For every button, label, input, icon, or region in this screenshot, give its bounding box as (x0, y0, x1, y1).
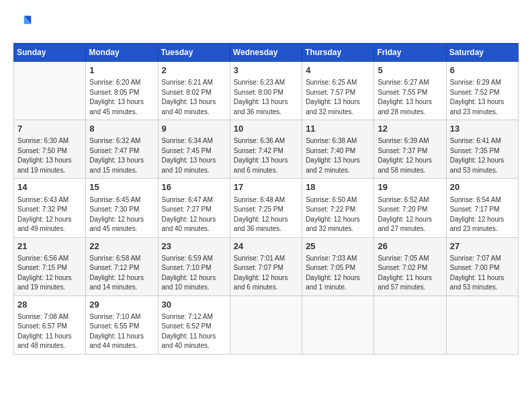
day-content: Sunrise: 6:50 AM Sunset: 7:22 PM Dayligh… (306, 195, 370, 234)
day-number: 29 (89, 299, 154, 311)
day-content: Sunrise: 6:47 AM Sunset: 7:27 PM Dayligh… (162, 195, 226, 234)
day-content: Sunrise: 6:27 AM Sunset: 7:55 PM Dayligh… (378, 78, 442, 117)
weekday-header-wednesday: Wednesday (230, 44, 302, 62)
calendar-cell (446, 295, 518, 354)
calendar-cell: 10Sunrise: 6:36 AM Sunset: 7:42 PM Dayli… (230, 120, 302, 179)
day-number: 16 (162, 181, 226, 193)
day-number: 30 (162, 299, 226, 311)
weekday-header-monday: Monday (86, 44, 158, 62)
day-content: Sunrise: 7:10 AM Sunset: 6:55 PM Dayligh… (89, 312, 154, 351)
day-number: 13 (450, 123, 515, 135)
calendar-cell: 8Sunrise: 6:32 AM Sunset: 7:47 PM Daylig… (86, 120, 158, 179)
day-number: 8 (89, 123, 154, 135)
day-number: 27 (450, 240, 515, 253)
calendar-cell: 9Sunrise: 6:34 AM Sunset: 7:45 PM Daylig… (158, 120, 230, 179)
calendar-cell: 16Sunrise: 6:47 AM Sunset: 7:27 PM Dayli… (158, 179, 230, 237)
calendar-cell: 2Sunrise: 6:21 AM Sunset: 8:02 PM Daylig… (158, 62, 230, 120)
calendar-cell (230, 295, 302, 354)
day-content: Sunrise: 6:48 AM Sunset: 7:25 PM Dayligh… (234, 195, 298, 234)
day-number: 26 (378, 240, 442, 253)
day-content: Sunrise: 7:01 AM Sunset: 7:07 PM Dayligh… (234, 254, 298, 293)
calendar-cell: 25Sunrise: 7:03 AM Sunset: 7:05 PM Dayli… (302, 237, 374, 295)
day-number: 14 (17, 181, 82, 193)
day-number: 23 (162, 240, 226, 253)
calendar-cell: 12Sunrise: 6:39 AM Sunset: 7:37 PM Dayli… (374, 120, 446, 179)
day-number: 3 (234, 64, 298, 77)
day-content: Sunrise: 6:34 AM Sunset: 7:45 PM Dayligh… (162, 136, 226, 175)
logo (13, 13, 35, 32)
calendar-cell: 7Sunrise: 6:30 AM Sunset: 7:50 PM Daylig… (14, 120, 86, 179)
calendar-cell: 24Sunrise: 7:01 AM Sunset: 7:07 PM Dayli… (230, 237, 302, 295)
calendar-cell: 22Sunrise: 6:58 AM Sunset: 7:12 PM Dayli… (86, 237, 158, 295)
day-content: Sunrise: 6:38 AM Sunset: 7:40 PM Dayligh… (306, 136, 370, 175)
day-content: Sunrise: 6:54 AM Sunset: 7:17 PM Dayligh… (450, 195, 515, 234)
day-number: 9 (162, 123, 226, 135)
day-number: 24 (234, 240, 298, 253)
day-content: Sunrise: 7:12 AM Sunset: 6:52 PM Dayligh… (162, 312, 226, 351)
day-content: Sunrise: 7:05 AM Sunset: 7:02 PM Dayligh… (378, 254, 442, 293)
day-content: Sunrise: 6:58 AM Sunset: 7:12 PM Dayligh… (89, 254, 154, 293)
day-number: 1 (89, 64, 154, 77)
day-content: Sunrise: 6:56 AM Sunset: 7:15 PM Dayligh… (17, 254, 82, 293)
calendar-cell (302, 295, 374, 354)
weekday-header-saturday: Saturday (446, 44, 518, 62)
week-row-1: 1Sunrise: 6:20 AM Sunset: 8:05 PM Daylig… (14, 62, 519, 120)
day-content: Sunrise: 6:23 AM Sunset: 8:00 PM Dayligh… (234, 78, 298, 117)
calendar-cell: 29Sunrise: 7:10 AM Sunset: 6:55 PM Dayli… (86, 295, 158, 354)
weekday-header-row: SundayMondayTuesdayWednesdayThursdayFrid… (14, 44, 519, 62)
calendar-cell: 6Sunrise: 6:29 AM Sunset: 7:52 PM Daylig… (446, 62, 518, 120)
day-number: 5 (378, 64, 442, 77)
calendar-cell: 30Sunrise: 7:12 AM Sunset: 6:52 PM Dayli… (158, 295, 230, 354)
day-number: 19 (378, 181, 442, 193)
calendar-cell: 27Sunrise: 7:07 AM Sunset: 7:00 PM Dayli… (446, 237, 518, 295)
week-row-3: 14Sunrise: 6:43 AM Sunset: 7:32 PM Dayli… (14, 179, 519, 237)
day-number: 7 (17, 123, 82, 135)
day-number: 2 (162, 64, 226, 77)
week-row-4: 21Sunrise: 6:56 AM Sunset: 7:15 PM Dayli… (14, 237, 519, 295)
day-number: 18 (306, 181, 370, 193)
day-number: 15 (89, 181, 154, 193)
calendar-table: SundayMondayTuesdayWednesdayThursdayFrid… (13, 43, 519, 355)
calendar-cell: 1Sunrise: 6:20 AM Sunset: 8:05 PM Daylig… (86, 62, 158, 120)
day-content: Sunrise: 7:03 AM Sunset: 7:05 PM Dayligh… (306, 254, 370, 293)
calendar-cell: 21Sunrise: 6:56 AM Sunset: 7:15 PM Dayli… (14, 237, 86, 295)
day-content: Sunrise: 6:41 AM Sunset: 7:35 PM Dayligh… (450, 136, 515, 175)
calendar-cell (374, 295, 446, 354)
calendar-cell: 14Sunrise: 6:43 AM Sunset: 7:32 PM Dayli… (14, 179, 86, 237)
calendar-cell: 26Sunrise: 7:05 AM Sunset: 7:02 PM Dayli… (374, 237, 446, 295)
day-number: 22 (89, 240, 154, 253)
day-number: 12 (378, 123, 442, 135)
weekday-header-friday: Friday (374, 44, 446, 62)
day-content: Sunrise: 6:29 AM Sunset: 7:52 PM Dayligh… (450, 78, 515, 117)
day-number: 6 (450, 64, 515, 77)
day-content: Sunrise: 6:32 AM Sunset: 7:47 PM Dayligh… (89, 136, 154, 175)
day-number: 28 (17, 299, 82, 311)
calendar-cell: 28Sunrise: 7:08 AM Sunset: 6:57 PM Dayli… (14, 295, 86, 354)
day-content: Sunrise: 6:43 AM Sunset: 7:32 PM Dayligh… (17, 195, 82, 234)
day-content: Sunrise: 6:59 AM Sunset: 7:10 PM Dayligh… (162, 254, 226, 293)
calendar-cell: 13Sunrise: 6:41 AM Sunset: 7:35 PM Dayli… (446, 120, 518, 179)
calendar-cell: 20Sunrise: 6:54 AM Sunset: 7:17 PM Dayli… (446, 179, 518, 237)
calendar-cell: 11Sunrise: 6:38 AM Sunset: 7:40 PM Dayli… (302, 120, 374, 179)
day-number: 11 (306, 123, 370, 135)
calendar-cell: 18Sunrise: 6:50 AM Sunset: 7:22 PM Dayli… (302, 179, 374, 237)
calendar-cell: 17Sunrise: 6:48 AM Sunset: 7:25 PM Dayli… (230, 179, 302, 237)
day-number: 10 (234, 123, 298, 135)
day-content: Sunrise: 6:45 AM Sunset: 7:30 PM Dayligh… (89, 195, 154, 234)
day-content: Sunrise: 6:52 AM Sunset: 7:20 PM Dayligh… (378, 195, 442, 234)
day-number: 17 (234, 181, 298, 193)
day-content: Sunrise: 7:08 AM Sunset: 6:57 PM Dayligh… (17, 312, 82, 351)
calendar-cell: 19Sunrise: 6:52 AM Sunset: 7:20 PM Dayli… (374, 179, 446, 237)
weekday-header-sunday: Sunday (14, 44, 86, 62)
calendar-cell (14, 62, 86, 120)
day-number: 25 (306, 240, 370, 253)
day-content: Sunrise: 6:25 AM Sunset: 7:57 PM Dayligh… (306, 78, 370, 117)
day-content: Sunrise: 6:21 AM Sunset: 8:02 PM Dayligh… (162, 78, 226, 117)
weekday-header-tuesday: Tuesday (158, 44, 230, 62)
weekday-header-thursday: Thursday (302, 44, 374, 62)
day-content: Sunrise: 7:07 AM Sunset: 7:00 PM Dayligh… (450, 254, 515, 293)
week-row-2: 7Sunrise: 6:30 AM Sunset: 7:50 PM Daylig… (14, 120, 519, 179)
page-header (13, 13, 519, 32)
day-content: Sunrise: 6:20 AM Sunset: 8:05 PM Dayligh… (89, 78, 154, 117)
calendar-cell: 4Sunrise: 6:25 AM Sunset: 7:57 PM Daylig… (302, 62, 374, 120)
